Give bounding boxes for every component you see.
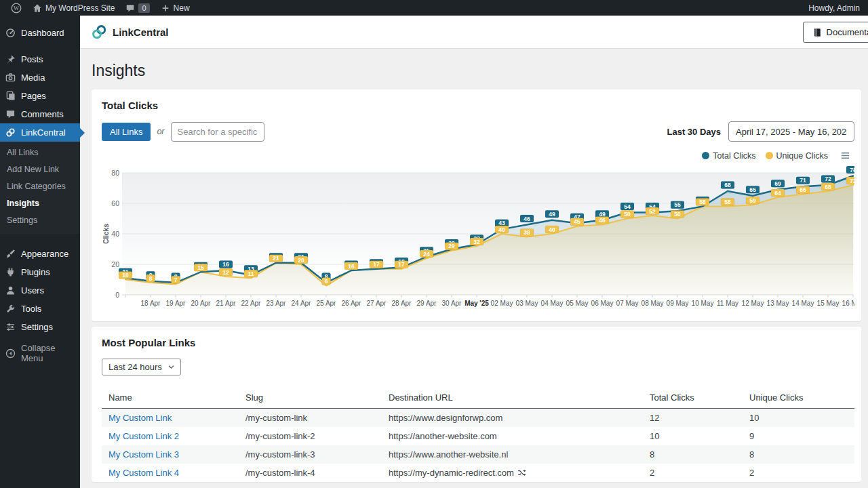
svg-text:50: 50	[624, 211, 631, 218]
sidebar-item-dashboard[interactable]: Dashboard	[0, 24, 80, 42]
chart-legend: Total ClicksUnique Clicks	[102, 150, 854, 161]
svg-text:65: 65	[749, 186, 756, 193]
svg-text:49: 49	[549, 211, 555, 218]
link-unique-clicks: 10	[743, 409, 854, 428]
sidebar-item-media[interactable]: Media	[0, 68, 80, 87]
comment-bubble-icon	[125, 3, 135, 13]
wrench-icon	[5, 304, 16, 314]
sidebar-item-appearance[interactable]: Appearance	[0, 245, 80, 263]
svg-text:10 May: 10 May	[692, 300, 714, 307]
legend-item-total-clicks[interactable]: Total Clicks	[702, 151, 755, 161]
popular-links-table: NameSlugDestination URLTotal ClicksUniqu…	[102, 387, 854, 482]
plugin-header: LinkCentral Documentation	[80, 16, 868, 49]
howdy-admin-menu[interactable]: Howdy, Admin	[808, 3, 863, 13]
site-name: My WordPress Site	[45, 3, 115, 13]
wp-logo-menu[interactable]: W	[5, 0, 27, 16]
page-title: Insights	[80, 49, 868, 89]
svg-text:64: 64	[774, 190, 781, 197]
sidebar-item-label: Plugins	[21, 267, 50, 277]
legend-label: Total Clicks	[713, 151, 755, 161]
link-name[interactable]: My Custom Link 2	[108, 431, 179, 441]
svg-text:72: 72	[850, 178, 854, 184]
total-clicks-card: Total Clicks All Links or Last 30 Days T…	[92, 89, 861, 321]
svg-text:71: 71	[800, 177, 806, 184]
svg-text:16: 16	[222, 261, 229, 268]
svg-text:10: 10	[122, 272, 129, 279]
svg-text:69: 69	[774, 180, 781, 187]
sidebar-item-posts[interactable]: Posts	[0, 50, 80, 68]
svg-text:18 Apr: 18 Apr	[141, 300, 161, 307]
link-total-clicks: 8	[643, 445, 743, 464]
link-slug: /my-custom-link-2	[239, 427, 382, 445]
submenu-item-insights[interactable]: Insights	[0, 195, 80, 212]
sidebar-item-label: LinkCentral	[21, 127, 66, 138]
svg-text:08 May: 08 May	[642, 300, 664, 307]
svg-text:17: 17	[373, 261, 380, 268]
sidebar-item-tools[interactable]: Tools	[0, 300, 80, 318]
link-destination: https://www.another-website.nl	[382, 445, 643, 464]
table-row: My Custom Link/my-custom-linkhttps://www…	[102, 409, 854, 428]
comment-icon	[5, 109, 16, 119]
svg-text:06 May: 06 May	[591, 300, 614, 307]
sidebar-item-pages[interactable]: Pages	[0, 87, 80, 105]
comments-shortcut[interactable]: 0	[120, 0, 155, 16]
sidebar-item-label: Collapse Menu	[21, 343, 75, 363]
site-name-link[interactable]: My WordPress Site	[27, 0, 120, 16]
legend-item-unique-clicks[interactable]: Unique Clicks	[766, 151, 828, 161]
svg-text:11 May: 11 May	[717, 300, 738, 307]
svg-text:May '25: May '25	[465, 300, 489, 307]
submenu-item-all-links[interactable]: All Links	[0, 144, 80, 161]
svg-text:11: 11	[248, 270, 254, 277]
svg-text:20: 20	[298, 257, 304, 264]
svg-text:Clicks: Clicks	[102, 224, 110, 244]
link-name[interactable]: My Custom Link 3	[108, 449, 179, 460]
linkcentral-brand: LinkCentral	[92, 24, 169, 39]
sidebar-item-settings[interactable]: Settings	[0, 318, 80, 336]
sidebar-item-linkcentral[interactable]: LinkCentral	[0, 123, 80, 142]
submenu-item-settings[interactable]: Settings	[0, 212, 80, 229]
svg-text:27 Apr: 27 Apr	[367, 300, 387, 307]
sidebar-item-collapse[interactable]: Collapse Menu	[0, 339, 80, 367]
chart-menu-icon[interactable]	[840, 150, 850, 161]
link-search-input[interactable]	[171, 122, 264, 142]
plus-icon	[161, 3, 170, 13]
link-name[interactable]: My Custom Link 4	[108, 468, 179, 478]
sidebar-item-comments[interactable]: Comments	[0, 105, 80, 123]
brush-icon	[5, 249, 16, 259]
documentation-button[interactable]: Documentation	[803, 22, 868, 43]
svg-text:14 May: 14 May	[792, 300, 814, 307]
link-destination: https://my-dynamic-redirect.com	[382, 464, 643, 482]
svg-text:58: 58	[724, 199, 731, 205]
svg-text:26 Apr: 26 Apr	[342, 300, 362, 307]
svg-text:58: 58	[699, 199, 706, 205]
svg-text:72: 72	[825, 176, 831, 182]
or-label: or	[157, 127, 164, 136]
svg-text:50: 50	[674, 211, 681, 218]
plug-icon	[5, 267, 16, 277]
sidebar-item-label: Comments	[21, 109, 64, 119]
sliders-icon	[5, 322, 16, 332]
date-range-input[interactable]	[728, 121, 854, 142]
table-row: My Custom Link 2/my-custom-link-2https:/…	[102, 427, 854, 445]
submenu-item-add-new-link[interactable]: Add New Link	[0, 161, 80, 178]
new-content-menu[interactable]: New	[155, 0, 195, 16]
clicks-chart-svg: 020406080Clicks18 Apr19 Apr20 Apr21 Apr2…	[102, 162, 854, 311]
popular-links-card: Most Popular Links Last 24 hours NameSlu…	[92, 327, 861, 482]
svg-text:46: 46	[599, 217, 606, 224]
sidebar-item-plugins[interactable]: Plugins	[0, 263, 80, 281]
table-row: My Custom Link 4/my-custom-link-4https:/…	[102, 464, 854, 482]
all-links-button[interactable]: All Links	[102, 123, 151, 141]
link-slug: /my-custom-link-4	[239, 464, 382, 482]
svg-text:29 Apr: 29 Apr	[417, 300, 437, 307]
linkcentral-logo-icon	[92, 24, 106, 39]
svg-text:45: 45	[574, 218, 580, 225]
submenu-item-link-categories[interactable]: Link Categories	[0, 178, 80, 195]
link-total-clicks: 2	[643, 464, 743, 482]
legend-label: Unique Clicks	[776, 151, 828, 161]
svg-text:32: 32	[473, 239, 480, 245]
sidebar-item-users[interactable]: Users	[0, 281, 80, 300]
period-selector[interactable]: Last 24 hours	[102, 359, 181, 375]
sidebar-item-label: Pages	[21, 91, 46, 101]
link-name[interactable]: My Custom Link	[108, 413, 172, 423]
link-slug: /my-custom-link-3	[239, 445, 382, 464]
